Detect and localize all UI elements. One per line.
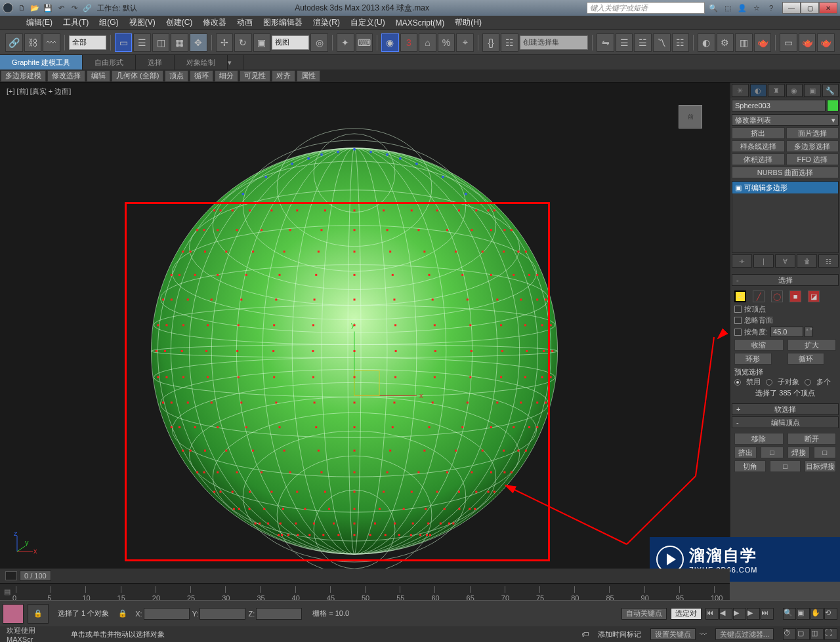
selection-filter-dropdown[interactable]: 全部 [69,35,106,50]
help-search-input[interactable]: 键入关键字或短语 [587,2,705,14]
mod-splinesel[interactable]: 样条线选择 [732,140,785,152]
select-move-icon[interactable]: ✥ [190,33,207,52]
object-color-swatch[interactable] [827,100,839,111]
named-selection-input[interactable]: 创建选择集 [520,35,588,50]
snap-icon[interactable]: ⌖ [456,33,474,52]
maximize-vp-icon[interactable]: ⛶ [824,628,837,640]
frame-indicator[interactable]: 0 / 100 [20,571,51,581]
select-name-icon[interactable]: ☰ [133,33,151,52]
redo-icon[interactable]: ↷ [68,2,80,14]
mod-polysel[interactable]: 多边形选择 [786,140,839,152]
spinner-snap-icon[interactable]: % [438,33,455,52]
favorite-icon[interactable]: ☆ [751,2,763,14]
maxscript-mini[interactable]: 欢迎使用 MAXScr [3,626,62,643]
add-time-tag[interactable]: 添加时间标记 [593,630,646,639]
mod-volsel[interactable]: 体积选择 [732,153,785,165]
menu-create[interactable]: 创建(C) [161,16,198,30]
ribbon-align[interactable]: 对齐 [272,70,295,82]
check-by-angle[interactable]: 按角度: 45.0▲▼ [734,327,836,337]
btn-chamfer-settings[interactable]: □ [770,460,801,472]
btn-extrude-settings[interactable]: □ [761,447,783,458]
btn-remove[interactable]: 移除 [734,433,784,445]
window-crossing-icon[interactable]: ▦ [171,33,188,52]
mod-extrude[interactable]: 挤出 [732,127,785,139]
ribbon-tab-paint[interactable]: 对象绘制 [175,55,228,70]
select-object-icon[interactable]: ▭ [115,33,133,52]
menu-group[interactable]: 组(G) [94,16,123,30]
pivot-icon[interactable]: ◎ [310,33,328,52]
panel-display-icon[interactable]: ▣ [804,84,821,97]
btn-weld[interactable]: 焊接 [788,447,810,458]
edit-named-sel-icon[interactable]: {} [482,33,500,52]
search-icon[interactable]: 🔍 [707,2,719,14]
panel-utilities-icon[interactable]: 🔧 [822,84,839,97]
zoom-extents-icon[interactable]: ▢ [797,628,810,640]
ribbon-tab-freeform[interactable]: 自由形式 [83,55,136,70]
signin-icon[interactable]: 👤 [736,2,748,14]
btn-targetweld[interactable]: 目标焊接 [805,460,836,472]
btn-shrink[interactable]: 收缩 [734,339,784,351]
select-link-icon[interactable]: 🔗 [5,33,23,52]
undo-icon[interactable]: ↶ [55,2,67,14]
teapot2-icon[interactable]: 🫖 [817,33,835,52]
ribbon-subdiv[interactable]: 细分 [215,70,238,82]
manipulate-icon[interactable]: ✦ [337,33,354,52]
btn-vextrude[interactable]: 挤出 [734,447,757,458]
menu-tools[interactable]: 工具(T) [58,16,94,30]
ribbon-geometry[interactable]: 几何体 (全部) [112,70,163,82]
layers-icon[interactable]: ☱ [634,33,652,52]
selected-dropdown[interactable]: 选定对 [671,608,702,620]
check-by-vertex[interactable]: 按顶点 [734,304,836,314]
snap-toggle-icon[interactable]: ◉ [381,33,399,52]
coord-y-input[interactable] [200,608,245,620]
btn-grow[interactable]: 扩大 [788,339,837,351]
play-icon[interactable]: ▶ [733,608,746,620]
key-filters-button[interactable]: 关键点过滤器... [715,628,774,640]
radio-subobj[interactable] [766,379,772,386]
maximize-button[interactable]: ▢ [801,2,819,14]
slot-key-icon[interactable] [3,604,24,624]
ribbon-tab-graphite[interactable]: Graphite 建模工具 [0,55,83,70]
rollout-editvertex[interactable]: -编辑顶点 [732,416,839,428]
subobj-polygon-button[interactable]: ■ [789,291,801,302]
menu-maxscript[interactable]: MAXScript(M) [390,16,450,30]
ribbon-tab-expand-icon[interactable]: ▾ [228,55,243,70]
link-icon[interactable]: 🔗 [81,2,93,14]
subobj-border-button[interactable]: ◯ [771,291,783,302]
minimize-button[interactable]: — [782,2,801,14]
menu-customize[interactable]: 自定义(U) [345,16,390,30]
rotate-icon[interactable]: ↻ [234,33,252,52]
render-icon[interactable]: 🫖 [754,33,772,52]
object-name-input[interactable]: Sphere003 [732,100,826,111]
menu-views[interactable]: 视图(V) [124,16,161,30]
btn-weld-settings[interactable]: □ [814,447,836,458]
track-bar[interactable]: ▤ 05101520253035404550556065707580859095… [0,583,730,600]
ribbon-tab-selection[interactable]: 选择 [136,55,175,70]
panel-motion-icon[interactable]: ◉ [786,84,803,97]
subobj-element-button[interactable]: ◪ [808,291,820,302]
btn-break[interactable]: 断开 [788,433,837,445]
unique-icon[interactable]: ∀ [775,254,795,268]
mod-patchsel[interactable]: 面片选择 [786,127,839,139]
mod-ffdsel[interactable]: FFD 选择 [786,153,839,165]
zoom-icon[interactable]: 🔍 [783,608,796,620]
modifier-stack[interactable]: ▣可编辑多边形 [732,181,839,253]
stack-item-editablepoly[interactable]: ▣可编辑多边形 [732,182,838,193]
render-frame-icon[interactable]: ▥ [735,33,753,52]
time-slider-handle-icon[interactable] [5,571,17,580]
workspace-selector[interactable]: 工作台: 默认 [97,3,137,13]
app-icon[interactable] [3,3,13,13]
prev-frame-icon[interactable]: ◀ [719,608,732,620]
viewcube[interactable]: 前 [671,100,710,139]
ribbon-modifysel[interactable]: 修改选择 [47,70,85,82]
ribbon-loop[interactable]: 循环 [190,70,213,82]
pan-icon[interactable]: ✋ [810,608,824,620]
ribbon-visibility[interactable]: 可见性 [240,70,270,82]
menu-help[interactable]: 帮助(H) [450,16,487,30]
ribbon-vertex[interactable]: 顶点 [165,70,188,82]
pin-stack-icon[interactable]: ⟛ [732,254,752,268]
set-key-button[interactable]: 设置关键点 [650,628,696,640]
timetag-icon[interactable]: 🏷 [581,630,589,638]
angle-snap-icon[interactable]: 3 [400,33,418,52]
open-icon[interactable]: 📂 [29,2,41,14]
